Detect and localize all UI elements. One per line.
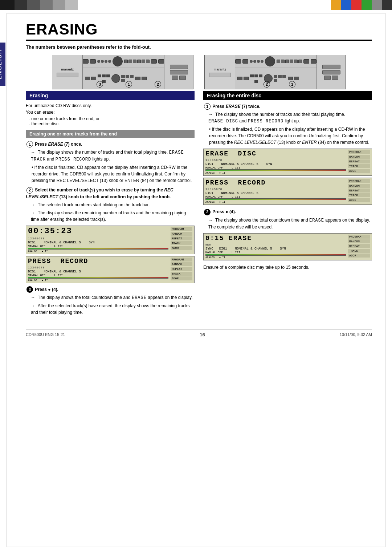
color-block-yellow bbox=[331, 0, 341, 10]
lcd-mock-disc-2: PRESS RECORD 1 2 3 4 5 6 7 8 DIG1 NOMINA… bbox=[203, 178, 372, 205]
step1-num-circle: 1 bbox=[26, 141, 33, 147]
lcd-mock-track-2: PRESS RECORD 1 2 3 4 5 6 7 8 DIG1 NOMINA… bbox=[26, 256, 195, 283]
step3-arrow2: → After the selected track(s) have erase… bbox=[26, 303, 195, 316]
diag-num-1b: 1 bbox=[288, 81, 296, 88]
lcd-analog-label: ANALOG ● II bbox=[28, 250, 168, 253]
lcd-program: PROGRAM bbox=[171, 227, 192, 231]
lcd-main-area: 00:35:23 1 2 3 4 5 6 7 8 DIG1 NOMINAL & … bbox=[28, 227, 168, 253]
page-outer: ENGLISH ERASING The numbers between pare… bbox=[7, 13, 385, 547]
diag-sm-4 bbox=[137, 60, 141, 63]
lcd-sidebar-countdown: PROGRAM RANDOM REPEAT TRACK ADOR bbox=[348, 235, 370, 259]
lcd-disc-track-row-2: 1 2 3 4 5 6 7 8 bbox=[205, 187, 346, 191]
device-diagrams-row: marantz bbox=[26, 55, 372, 89]
top-bar-right bbox=[196, 0, 392, 10]
footer-right: 10/11/00, 9:32 AM bbox=[340, 332, 372, 337]
erasing-list-item-2: the entire disc. bbox=[29, 121, 195, 126]
page-content: ERASING The numbers between parentheses … bbox=[7, 13, 385, 348]
lcd-sync-label: MANUAL OFF L III bbox=[28, 244, 168, 248]
device-diagram-right: marantz bbox=[204, 55, 346, 89]
lcd-sidebar-2: PROGRAM RANDOM REPEAT TRACK ADOR bbox=[171, 258, 192, 282]
lcd-mock-countdown: 0:15 ERASE NEW SYNC DIG1 NOMINAL & CHANN… bbox=[203, 233, 372, 260]
lcd-analog-b2: ANALOG ● II bbox=[28, 279, 168, 282]
step1-label: Press ERASE (7) once. bbox=[35, 142, 82, 147]
color-block-5 bbox=[53, 0, 65, 10]
diag-ctrl-3 bbox=[135, 77, 140, 80]
color-block-4 bbox=[40, 0, 53, 10]
lcd-countdown-label: SYNC DIG1 NOMINAL & CHANNEL 5 SYN bbox=[205, 247, 346, 251]
num-circle-3: 3 bbox=[97, 81, 103, 88]
color-block-green bbox=[362, 0, 372, 10]
lcd-label-b2: DIG1 NOMINAL & CHANNEL 5 bbox=[28, 270, 168, 274]
lcd-level-2 bbox=[28, 277, 168, 279]
diag-sm-3 bbox=[133, 60, 136, 63]
main-columns: Erasing For unfinalized CD-RW discs only… bbox=[26, 91, 372, 319]
step1-bullet: If the disc is finalized, CD appears on … bbox=[32, 164, 195, 184]
diag-num-2b: 2 bbox=[263, 81, 271, 88]
lcd-disc-manual: MANUAL OFF L III bbox=[205, 166, 346, 169]
step3-arrow1: → The display shows the total countdown … bbox=[26, 294, 195, 301]
step1-arrow-text: → The display shows the number of tracks… bbox=[26, 149, 195, 163]
disc-step1-label: Press ERASE (7) twice. bbox=[212, 104, 260, 109]
diag-r-btn-2 bbox=[170, 70, 188, 74]
disc-step2-label: Press ● (4). bbox=[212, 209, 236, 214]
page-footer: CDR500U ENG 15-21 16 10/11/00, 9:32 AM bbox=[26, 329, 372, 337]
top-bar-left bbox=[0, 0, 196, 10]
color-block-3 bbox=[27, 0, 40, 10]
diag-btn-group2 bbox=[124, 60, 150, 63]
lcd-mock-track-1: 00:35:23 1 2 3 4 5 6 7 8 DIG1 NOMINAL & … bbox=[26, 226, 195, 254]
lcd-mock-disc-1: ERASE DISC 1 2 3 4 5 6 7 8 DIG1 NOMINAL … bbox=[203, 149, 372, 176]
step3-label: Press ● (4). bbox=[35, 287, 58, 292]
step2-label: Select the number of track(s) you wish t… bbox=[26, 187, 173, 199]
page-title-box: ERASING bbox=[26, 21, 372, 41]
erase-disc-step2: 2 Press ● (4). → The display shows the t… bbox=[203, 208, 372, 230]
tray-left bbox=[57, 73, 78, 77]
diag-dot-4 bbox=[108, 60, 111, 63]
erasing-intro-1: For unfinalized CD-RW discs only. bbox=[26, 103, 195, 108]
erase-tracks-step1: 1 Press ERASE (7) once. → The display sh… bbox=[26, 141, 195, 184]
diag-dot-3 bbox=[105, 60, 107, 63]
right-column: Erasing the entire disc 1 Press ERASE (7… bbox=[203, 91, 372, 319]
lcd-disc-label-2: DIG1 NOMINAL & CHANNEL 5 bbox=[205, 191, 346, 195]
lcd-ador: ADOR bbox=[171, 246, 192, 250]
lcd-track: TRACK bbox=[171, 241, 192, 245]
lcd-countdown-level bbox=[205, 254, 346, 256]
diag-ctrl-2 bbox=[91, 77, 96, 80]
diag-dot-1 bbox=[97, 60, 100, 63]
erasing-list-item-1: one or more tracks from the end, or bbox=[29, 116, 195, 121]
erasing-header: Erasing bbox=[26, 91, 195, 100]
disc-step2-num: 2 bbox=[204, 209, 211, 215]
step2-arrow1: → The selected track numbers start blink… bbox=[26, 202, 195, 208]
lcd-countdown-track-row: NEW bbox=[205, 243, 346, 246]
lcd-erase-label: DIG1 NOMINAL & CHANNEL 5 SYN bbox=[28, 241, 168, 244]
marantz-logo-right: marantz bbox=[213, 68, 226, 71]
diag-dot-2 bbox=[101, 60, 104, 63]
device-diagram-left: marantz bbox=[52, 55, 193, 89]
lcd-disc-main-2: PRESS RECORD 1 2 3 4 5 6 7 8 DIG1 NOMINA… bbox=[205, 179, 346, 203]
lcd-disc-analog: ANALOG ● II bbox=[205, 171, 346, 174]
erasing-list: one or more tracks from the end, or the … bbox=[26, 116, 195, 126]
subtitle-note: The numbers between parentheses refer to… bbox=[26, 44, 372, 50]
page-title: ERASING bbox=[26, 21, 372, 38]
num-circle-1: 1 bbox=[126, 81, 132, 88]
lcd-level-meter bbox=[28, 248, 168, 250]
lcd-random: RANDOM bbox=[171, 232, 192, 236]
color-block-blue bbox=[341, 0, 351, 10]
lcd-sidebar-disc-1: PROGRAM RANDOM REPEAT TRACK ADOR bbox=[348, 150, 370, 174]
diag-num-2: 2 bbox=[154, 81, 162, 88]
diag-knob bbox=[113, 56, 123, 66]
diag-num-3: 3 bbox=[96, 81, 104, 88]
diag-sm-6 bbox=[146, 60, 150, 63]
lcd-disc-level bbox=[205, 169, 346, 171]
erase-disc-step1: 1 Press ERASE (7) twice. → The display s… bbox=[203, 103, 372, 146]
disc-step1-num: 1 bbox=[204, 103, 211, 110]
diag-ctrl-1 bbox=[85, 77, 90, 80]
lcd-disc-main-1: ERASE DISC 1 2 3 4 5 6 7 8 DIG1 NOMINAL … bbox=[205, 150, 346, 174]
num-circle-2: 2 bbox=[155, 81, 161, 88]
lcd-sidebar-1: PROGRAM RANDOM REPEAT TRACK ADOR bbox=[171, 227, 192, 253]
diag-r-sm-2 bbox=[179, 76, 186, 80]
erasure-note-text: Erasure of a complete disc may take up t… bbox=[203, 264, 372, 271]
lcd-disc-analog-2: ANALOG ● II bbox=[205, 200, 346, 203]
top-color-bar bbox=[0, 0, 392, 10]
diag-num-1: 1 bbox=[125, 81, 133, 88]
step3-num-circle: 3 bbox=[26, 286, 33, 293]
